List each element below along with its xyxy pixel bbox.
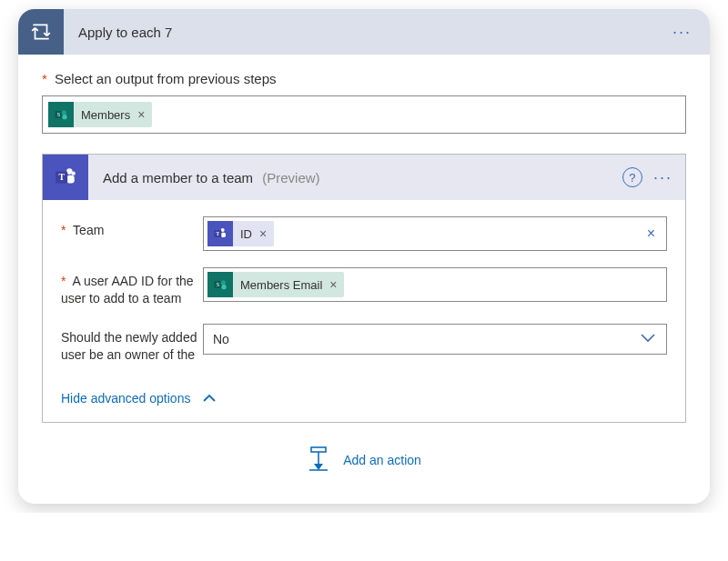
sharepoint-icon: S	[48, 102, 74, 127]
add-member-action: T Add a member to a team (Preview) ? ···…	[42, 154, 686, 423]
param-row-team: * Team T	[61, 216, 667, 251]
apply-to-each-card: Apply to each 7 ··· * Select an output f…	[18, 9, 710, 504]
svg-point-5	[72, 172, 76, 175]
add-action-icon	[307, 446, 330, 475]
required-star: *	[61, 223, 66, 237]
svg-point-15	[221, 280, 226, 285]
action-header[interactable]: T Add a member to a team (Preview) ? ···	[43, 155, 685, 200]
svg-point-2	[62, 110, 66, 115]
loop-title: Apply to each 7	[78, 25, 672, 40]
apply-to-each-icon	[29, 20, 53, 44]
required-star: *	[42, 71, 47, 86]
team-field[interactable]: T ID × ×	[203, 216, 667, 251]
add-action-label[interactable]: Add an action	[343, 453, 421, 467]
chevron-down-icon[interactable]	[635, 332, 661, 346]
token-label: Members	[81, 108, 130, 122]
chevron-up-icon	[203, 394, 216, 403]
owner-value: No	[206, 332, 635, 346]
teams-icon: T	[43, 155, 88, 200]
members-email-token[interactable]: S Members Email ×	[207, 272, 344, 297]
action-title-wrap: Add a member to a team (Preview)	[103, 170, 320, 185]
param-row-owner: Should the newly added user be an owner …	[61, 324, 667, 364]
param-row-user: * A user AAD ID for the user to add to a…	[61, 267, 667, 307]
token-label: Members Email	[240, 278, 322, 292]
action-params: * Team T	[43, 200, 685, 386]
advanced-toggle-label: Hide advanced options	[61, 391, 190, 406]
sharepoint-icon: S	[207, 272, 233, 297]
output-label-row: * Select an output from previous steps	[42, 71, 686, 86]
loop-header[interactable]: Apply to each 7 ···	[18, 9, 710, 55]
help-icon[interactable]: ?	[622, 167, 642, 187]
svg-text:T: T	[58, 172, 65, 182]
action-title: Add a member to a team	[103, 170, 253, 185]
action-menu-icon[interactable]: ···	[653, 168, 672, 187]
owner-field[interactable]: No	[203, 324, 667, 355]
id-token[interactable]: T ID ×	[207, 221, 274, 246]
token-remove-icon[interactable]: ×	[259, 226, 267, 241]
user-field[interactable]: S Members Email ×	[203, 267, 667, 302]
svg-point-16	[221, 285, 226, 289]
param-label-owner: Should the newly added user be an owner …	[61, 324, 203, 364]
loop-menu-icon[interactable]: ···	[672, 23, 692, 42]
output-label: Select an output from previous steps	[55, 71, 276, 86]
members-token[interactable]: S Members ×	[48, 102, 152, 127]
svg-text:S: S	[57, 112, 60, 117]
teams-icon: T	[207, 221, 233, 246]
output-input[interactable]: S Members ×	[42, 95, 686, 134]
token-remove-icon[interactable]: ×	[137, 107, 145, 122]
team-label-text: Team	[73, 223, 104, 237]
required-star: *	[61, 274, 66, 288]
action-preview-label: (Preview)	[262, 170, 319, 185]
svg-text:S: S	[217, 282, 219, 287]
svg-rect-10	[221, 233, 226, 237]
token-remove-icon[interactable]: ×	[329, 277, 337, 292]
param-label-user: * A user AAD ID for the user to add to a…	[61, 267, 203, 307]
svg-point-3	[62, 115, 66, 119]
param-label-team: * Team	[61, 216, 203, 239]
loop-body: * Select an output from previous steps S…	[18, 55, 710, 504]
svg-rect-6	[66, 175, 75, 184]
user-label-text: A user AAD ID for the user to add to a t…	[61, 274, 194, 306]
loop-icon	[18, 9, 64, 55]
add-action-row[interactable]: Add an action	[42, 423, 686, 482]
clear-icon[interactable]: ×	[642, 225, 661, 242]
hide-advanced-toggle[interactable]: Hide advanced options	[43, 386, 234, 422]
svg-text:T: T	[217, 231, 220, 236]
svg-marker-19	[314, 464, 323, 470]
token-label: ID	[240, 227, 252, 241]
svg-rect-17	[311, 447, 326, 452]
